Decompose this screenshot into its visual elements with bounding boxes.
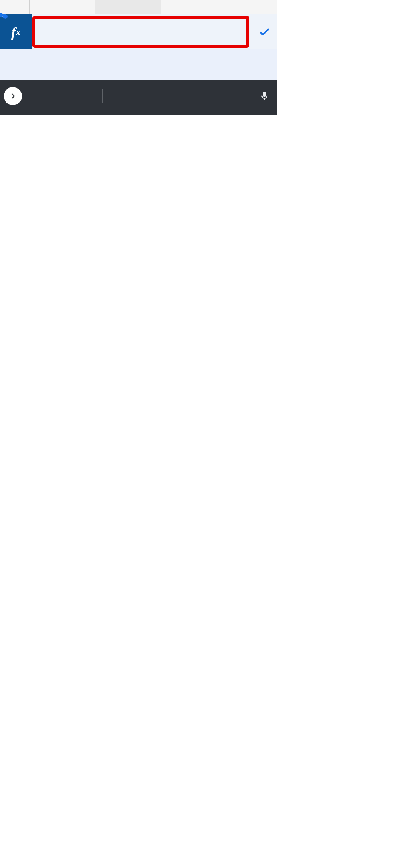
col-header-c[interactable] <box>161 0 227 14</box>
spreadsheet-grid[interactable] <box>0 0 277 14</box>
expand-keyboard-button[interactable] <box>4 87 22 105</box>
formula-bar: fx <box>0 14 277 49</box>
corner-cell[interactable] <box>0 0 30 14</box>
check-icon <box>258 26 271 38</box>
col-header-a[interactable] <box>30 0 95 14</box>
column-headers <box>0 0 277 14</box>
confirm-checkmark-button[interactable] <box>251 14 277 49</box>
col-header-b[interactable] <box>95 0 161 14</box>
microphone-icon <box>259 91 270 101</box>
formula-symbol-row <box>0 49 277 80</box>
formula-input-wrap <box>32 14 251 49</box>
col-header-d[interactable] <box>227 0 277 14</box>
formula-input[interactable] <box>36 25 247 39</box>
chevron-right-icon <box>9 92 17 100</box>
voice-input-button[interactable] <box>255 91 273 101</box>
suggestion-row <box>0 83 277 109</box>
fx-icon: fx <box>0 14 32 49</box>
onscreen-keyboard <box>0 80 277 115</box>
